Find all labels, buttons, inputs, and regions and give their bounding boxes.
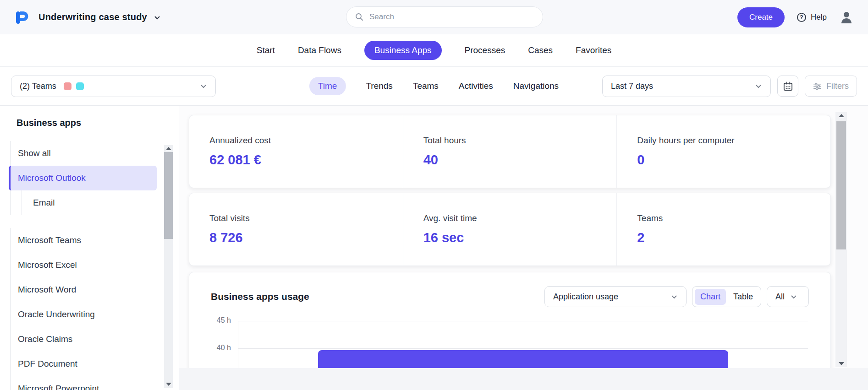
kpi-label: Total hours bbox=[423, 135, 617, 146]
filters-button[interactable]: Filters bbox=[805, 76, 857, 97]
project-switcher[interactable]: Underwriting case study bbox=[38, 12, 161, 22]
view-tab-time[interactable]: Time bbox=[309, 77, 346, 95]
kpi-value: 8 726 bbox=[209, 230, 403, 245]
calendar-icon bbox=[783, 81, 793, 92]
date-range-value: Last 7 days bbox=[611, 81, 653, 91]
main-scrollbar-thumb[interactable] bbox=[836, 121, 846, 249]
view-tab-trends[interactable]: Trends bbox=[366, 77, 392, 95]
help-icon: ? bbox=[797, 12, 807, 22]
gridline bbox=[238, 348, 808, 349]
main-nav: StartData FlowsBusiness AppsProcessesCas… bbox=[0, 34, 868, 67]
toggle-table[interactable]: Table bbox=[728, 289, 758, 305]
metric-select[interactable]: Application usage bbox=[544, 286, 687, 307]
svg-text:?: ? bbox=[800, 14, 803, 21]
sidebar-item-oracle-claims[interactable]: Oracle Claims bbox=[11, 327, 157, 352]
filters-label: Filters bbox=[826, 81, 849, 91]
sidebar-item-microsoft-excel[interactable]: Microsoft Excel bbox=[11, 253, 157, 277]
kpi-card: Total visits8 726Avg. visit time16 secTe… bbox=[189, 193, 831, 266]
kpi-avg-visit-time: Avg. visit time16 sec bbox=[403, 193, 617, 265]
gridline bbox=[238, 321, 808, 321]
y-tick-label: 45 h bbox=[211, 316, 231, 325]
teams-filter-label: (2) Teams bbox=[20, 81, 56, 91]
toggle-chart[interactable]: Chart bbox=[695, 289, 726, 305]
scroll-down-icon[interactable] bbox=[166, 383, 171, 386]
team-dot-2 bbox=[76, 82, 84, 90]
nav-tab-data-flows[interactable]: Data Flows bbox=[298, 41, 341, 60]
kpi-total-visits: Total visits8 726 bbox=[189, 193, 403, 265]
y-tick-label: 40 h bbox=[211, 344, 231, 352]
sidebar-item-email[interactable]: Email bbox=[22, 190, 157, 215]
sidebar-group: Microsoft TeamsMicrosoft ExcelMicrosoft … bbox=[10, 228, 157, 390]
scroll-up-icon[interactable] bbox=[839, 114, 844, 117]
y-axis bbox=[238, 321, 238, 368]
filter-bar: (2) Teams TimeTrendsTeamsActivitiesNavig… bbox=[0, 67, 868, 106]
kpi-daily-hours-per-computer: Daily hours per computer0 bbox=[617, 115, 830, 188]
kpi-value: 16 sec bbox=[423, 230, 617, 245]
avatar[interactable] bbox=[839, 10, 854, 25]
sidebar-heading: Business apps bbox=[16, 118, 179, 128]
main-scrollbar[interactable] bbox=[835, 112, 847, 367]
filters-icon bbox=[813, 82, 822, 91]
sidebar-group: Show allMicrosoft OutlookEmail bbox=[10, 141, 157, 215]
top-bar: Underwriting case study Create ? Help bbox=[0, 0, 868, 34]
section-title: Business apps usage bbox=[211, 291, 309, 302]
view-tabs: TimeTrendsTeamsActivitiesNavigations bbox=[309, 77, 559, 95]
help-button[interactable]: ? Help bbox=[797, 12, 827, 22]
sidebar-scrollbar-thumb[interactable] bbox=[164, 152, 173, 239]
kpi-value: 40 bbox=[423, 152, 617, 168]
nav-tab-business-apps[interactable]: Business Apps bbox=[364, 41, 442, 60]
search-input[interactable] bbox=[369, 12, 534, 22]
nav-tab-processes[interactable]: Processes bbox=[465, 41, 505, 60]
sidebar-item-microsoft-word[interactable]: Microsoft Word bbox=[11, 277, 157, 302]
sidebar-item-microsoft-outlook[interactable]: Microsoft Outlook bbox=[9, 166, 157, 190]
kpi-total-hours: Total hours40 bbox=[403, 115, 617, 188]
help-label: Help bbox=[811, 13, 827, 22]
sidebar-item-show-all[interactable]: Show all bbox=[11, 141, 157, 166]
kpi-value: 2 bbox=[637, 230, 830, 245]
chart-table-toggle: ChartTable bbox=[692, 286, 761, 307]
kpi-value: 62 081 € bbox=[209, 152, 403, 168]
scope-select-value: All bbox=[775, 292, 785, 302]
create-button[interactable]: Create bbox=[737, 7, 785, 27]
nav-tab-cases[interactable]: Cases bbox=[528, 41, 553, 60]
kpi-card: Annualized cost62 081 €Total hours40Dail… bbox=[189, 115, 831, 188]
kpi-annualized-cost: Annualized cost62 081 € bbox=[189, 115, 403, 188]
project-title: Underwriting case study bbox=[38, 12, 147, 22]
business-apps-usage-card: Business apps usage Application usage Ch… bbox=[189, 272, 831, 368]
chevron-down-icon bbox=[755, 82, 762, 90]
kpi-label: Daily hours per computer bbox=[637, 135, 830, 146]
scope-select[interactable]: All bbox=[767, 286, 809, 307]
kpi-label: Teams bbox=[637, 213, 830, 223]
sidebar-item-microsoft-teams[interactable]: Microsoft Teams bbox=[11, 228, 157, 253]
date-range-select[interactable]: Last 7 days bbox=[602, 76, 771, 97]
metric-select-value: Application usage bbox=[553, 292, 618, 302]
scroll-up-icon[interactable] bbox=[166, 147, 171, 150]
sidebar-scrollbar[interactable] bbox=[164, 145, 173, 388]
scroll-down-icon[interactable] bbox=[839, 362, 844, 365]
kpi-label: Avg. visit time bbox=[423, 213, 617, 223]
search-icon bbox=[355, 12, 364, 22]
main-viewport: Annualized cost62 081 €Total hours40Dail… bbox=[179, 106, 868, 368]
sidebar-item-microsoft-powerpoint[interactable]: Microsoft Powerpoint bbox=[11, 376, 157, 390]
chevron-down-icon bbox=[200, 82, 207, 90]
view-tab-teams[interactable]: Teams bbox=[413, 77, 439, 95]
sidebar-item-pdf-document[interactable]: PDF Document bbox=[11, 352, 157, 376]
app-logo-icon[interactable] bbox=[14, 9, 30, 26]
nav-tab-favorites[interactable]: Favorites bbox=[576, 41, 611, 60]
view-tab-navigations[interactable]: Navigations bbox=[513, 77, 559, 95]
search-bar[interactable] bbox=[346, 6, 543, 27]
calendar-button[interactable] bbox=[777, 76, 798, 97]
kpi-label: Annualized cost bbox=[209, 135, 403, 146]
main-panel: Annualized cost62 081 €Total hours40Dail… bbox=[179, 106, 868, 390]
team-color-dots bbox=[64, 82, 84, 90]
chevron-down-icon bbox=[790, 293, 797, 300]
teams-filter-select[interactable]: (2) Teams bbox=[11, 76, 216, 97]
usage-bar-chart: 45 h40 h bbox=[211, 321, 809, 368]
view-tab-activities[interactable]: Activities bbox=[459, 77, 493, 95]
nav-tabs: StartData FlowsBusiness AppsProcessesCas… bbox=[257, 41, 612, 60]
business-apps-sidebar: Business apps Show allMicrosoft OutlookE… bbox=[0, 106, 179, 390]
usage-bar[interactable] bbox=[318, 350, 728, 368]
chevron-down-icon bbox=[154, 14, 161, 21]
sidebar-item-oracle-underwriting[interactable]: Oracle Underwriting bbox=[11, 302, 157, 327]
nav-tab-start[interactable]: Start bbox=[257, 41, 275, 60]
